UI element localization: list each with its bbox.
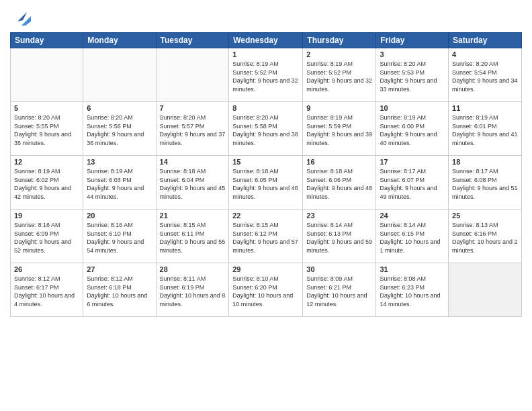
day-number: 12 bbox=[14, 158, 79, 166]
day-number: 28 bbox=[160, 265, 226, 273]
calendar-cell: 20Sunrise: 8:16 AM Sunset: 6:10 PM Dayli… bbox=[83, 210, 156, 263]
day-number: 10 bbox=[380, 104, 445, 112]
day-info: Sunrise: 8:16 AM Sunset: 6:09 PM Dayligh… bbox=[14, 221, 79, 255]
day-info: Sunrise: 8:19 AM Sunset: 6:00 PM Dayligh… bbox=[380, 113, 445, 147]
day-number: 15 bbox=[232, 158, 299, 166]
calendar-cell: 18Sunrise: 8:17 AM Sunset: 6:08 PM Dayli… bbox=[449, 156, 522, 210]
calendar-cell bbox=[11, 48, 83, 102]
day-info: Sunrise: 8:20 AM Sunset: 5:54 PM Dayligh… bbox=[452, 60, 518, 93]
day-info: Sunrise: 8:16 AM Sunset: 6:10 PM Dayligh… bbox=[87, 221, 152, 255]
logo bbox=[10, 7, 32, 27]
day-number: 1 bbox=[232, 50, 299, 58]
calendar-cell: 29Sunrise: 8:10 AM Sunset: 6:20 PM Dayli… bbox=[229, 263, 303, 317]
calendar-cell: 14Sunrise: 8:18 AM Sunset: 6:04 PM Dayli… bbox=[156, 156, 229, 210]
calendar-cell: 27Sunrise: 8:12 AM Sunset: 6:18 PM Dayli… bbox=[83, 263, 156, 317]
day-number: 20 bbox=[87, 212, 152, 220]
day-info: Sunrise: 8:18 AM Sunset: 6:06 PM Dayligh… bbox=[306, 167, 372, 201]
header bbox=[10, 7, 522, 27]
day-number: 23 bbox=[306, 212, 372, 220]
day-info: Sunrise: 8:14 AM Sunset: 6:13 PM Dayligh… bbox=[306, 221, 372, 255]
day-info: Sunrise: 8:12 AM Sunset: 6:17 PM Dayligh… bbox=[14, 275, 79, 308]
day-number: 27 bbox=[87, 265, 152, 273]
day-number: 4 bbox=[452, 50, 518, 58]
day-info: Sunrise: 8:19 AM Sunset: 5:52 PM Dayligh… bbox=[232, 60, 299, 93]
calendar-cell: 22Sunrise: 8:15 AM Sunset: 6:12 PM Dayli… bbox=[229, 210, 303, 263]
day-info: Sunrise: 8:20 AM Sunset: 5:56 PM Dayligh… bbox=[87, 113, 152, 147]
day-number: 8 bbox=[232, 104, 299, 112]
calendar-cell: 2Sunrise: 8:19 AM Sunset: 5:52 PM Daylig… bbox=[303, 48, 376, 102]
day-number: 25 bbox=[452, 212, 518, 220]
day-info: Sunrise: 8:18 AM Sunset: 6:04 PM Dayligh… bbox=[160, 167, 226, 201]
calendar-cell bbox=[449, 263, 522, 317]
day-number: 19 bbox=[14, 212, 79, 220]
day-info: Sunrise: 8:17 AM Sunset: 6:08 PM Dayligh… bbox=[452, 167, 518, 201]
calendar-week-0: 1Sunrise: 8:19 AM Sunset: 5:52 PM Daylig… bbox=[11, 48, 522, 102]
day-info: Sunrise: 8:15 AM Sunset: 6:12 PM Dayligh… bbox=[232, 221, 299, 255]
day-number: 7 bbox=[160, 104, 226, 112]
day-number: 18 bbox=[452, 158, 518, 166]
day-number: 11 bbox=[452, 104, 518, 112]
calendar: SundayMondayTuesdayWednesdayThursdayFrid… bbox=[10, 32, 522, 317]
calendar-cell bbox=[83, 48, 156, 102]
calendar-cell: 16Sunrise: 8:18 AM Sunset: 6:06 PM Dayli… bbox=[303, 156, 376, 210]
calendar-cell bbox=[156, 48, 229, 102]
day-number: 3 bbox=[380, 50, 445, 58]
calendar-cell: 12Sunrise: 8:19 AM Sunset: 6:02 PM Dayli… bbox=[11, 156, 83, 210]
calendar-cell: 5Sunrise: 8:20 AM Sunset: 5:55 PM Daylig… bbox=[11, 102, 83, 156]
day-number: 30 bbox=[306, 265, 372, 273]
calendar-cell: 4Sunrise: 8:20 AM Sunset: 5:54 PM Daylig… bbox=[449, 48, 522, 102]
calendar-cell: 8Sunrise: 8:20 AM Sunset: 5:58 PM Daylig… bbox=[229, 102, 303, 156]
day-info: Sunrise: 8:19 AM Sunset: 5:52 PM Dayligh… bbox=[306, 60, 372, 93]
day-info: Sunrise: 8:15 AM Sunset: 6:11 PM Dayligh… bbox=[160, 221, 226, 255]
calendar-cell: 17Sunrise: 8:17 AM Sunset: 6:07 PM Dayli… bbox=[376, 156, 449, 210]
day-number: 17 bbox=[380, 158, 445, 166]
calendar-cell: 26Sunrise: 8:12 AM Sunset: 6:17 PM Dayli… bbox=[11, 263, 83, 317]
calendar-header-wednesday: Wednesday bbox=[229, 33, 303, 48]
calendar-header-tuesday: Tuesday bbox=[156, 33, 229, 48]
day-info: Sunrise: 8:10 AM Sunset: 6:20 PM Dayligh… bbox=[232, 275, 299, 308]
day-number: 31 bbox=[380, 265, 445, 273]
calendar-cell: 6Sunrise: 8:20 AM Sunset: 5:56 PM Daylig… bbox=[83, 102, 156, 156]
day-info: Sunrise: 8:11 AM Sunset: 6:19 PM Dayligh… bbox=[160, 275, 226, 308]
calendar-header-sunday: Sunday bbox=[11, 33, 83, 48]
calendar-cell: 23Sunrise: 8:14 AM Sunset: 6:13 PM Dayli… bbox=[303, 210, 376, 263]
day-info: Sunrise: 8:20 AM Sunset: 5:55 PM Dayligh… bbox=[14, 113, 79, 147]
day-number: 5 bbox=[14, 104, 79, 112]
calendar-week-2: 12Sunrise: 8:19 AM Sunset: 6:02 PM Dayli… bbox=[11, 156, 522, 210]
day-number: 21 bbox=[160, 212, 226, 220]
logo-icon bbox=[12, 7, 32, 27]
day-info: Sunrise: 8:20 AM Sunset: 5:58 PM Dayligh… bbox=[232, 113, 299, 147]
calendar-cell: 21Sunrise: 8:15 AM Sunset: 6:11 PM Dayli… bbox=[156, 210, 229, 263]
calendar-header-row: SundayMondayTuesdayWednesdayThursdayFrid… bbox=[11, 33, 522, 48]
calendar-cell: 3Sunrise: 8:20 AM Sunset: 5:53 PM Daylig… bbox=[376, 48, 449, 102]
calendar-cell: 24Sunrise: 8:14 AM Sunset: 6:15 PM Dayli… bbox=[376, 210, 449, 263]
day-number: 24 bbox=[380, 212, 445, 220]
calendar-cell: 25Sunrise: 8:13 AM Sunset: 6:16 PM Dayli… bbox=[449, 210, 522, 263]
calendar-cell: 7Sunrise: 8:20 AM Sunset: 5:57 PM Daylig… bbox=[156, 102, 229, 156]
day-info: Sunrise: 8:14 AM Sunset: 6:15 PM Dayligh… bbox=[380, 221, 445, 255]
calendar-header-saturday: Saturday bbox=[449, 33, 522, 48]
calendar-week-4: 26Sunrise: 8:12 AM Sunset: 6:17 PM Dayli… bbox=[11, 263, 522, 317]
day-number: 9 bbox=[306, 104, 372, 112]
day-number: 6 bbox=[87, 104, 152, 112]
calendar-cell: 13Sunrise: 8:19 AM Sunset: 6:03 PM Dayli… bbox=[83, 156, 156, 210]
day-info: Sunrise: 8:19 AM Sunset: 6:02 PM Dayligh… bbox=[14, 167, 79, 201]
day-info: Sunrise: 8:19 AM Sunset: 6:03 PM Dayligh… bbox=[87, 167, 152, 201]
calendar-week-3: 19Sunrise: 8:16 AM Sunset: 6:09 PM Dayli… bbox=[11, 210, 522, 263]
calendar-header-thursday: Thursday bbox=[303, 33, 376, 48]
day-info: Sunrise: 8:08 AM Sunset: 6:23 PM Dayligh… bbox=[380, 275, 445, 308]
calendar-cell: 31Sunrise: 8:08 AM Sunset: 6:23 PM Dayli… bbox=[376, 263, 449, 317]
day-number: 13 bbox=[87, 158, 152, 166]
calendar-cell: 1Sunrise: 8:19 AM Sunset: 5:52 PM Daylig… bbox=[229, 48, 303, 102]
day-info: Sunrise: 8:20 AM Sunset: 5:53 PM Dayligh… bbox=[380, 60, 445, 93]
calendar-cell: 19Sunrise: 8:16 AM Sunset: 6:09 PM Dayli… bbox=[11, 210, 83, 263]
page: SundayMondayTuesdayWednesdayThursdayFrid… bbox=[0, 0, 532, 411]
day-info: Sunrise: 8:19 AM Sunset: 5:59 PM Dayligh… bbox=[306, 113, 372, 147]
calendar-cell: 28Sunrise: 8:11 AM Sunset: 6:19 PM Dayli… bbox=[156, 263, 229, 317]
calendar-cell: 30Sunrise: 8:09 AM Sunset: 6:21 PM Dayli… bbox=[303, 263, 376, 317]
calendar-header-friday: Friday bbox=[376, 33, 449, 48]
calendar-cell: 11Sunrise: 8:19 AM Sunset: 6:01 PM Dayli… bbox=[449, 102, 522, 156]
calendar-cell: 15Sunrise: 8:18 AM Sunset: 6:05 PM Dayli… bbox=[229, 156, 303, 210]
day-info: Sunrise: 8:13 AM Sunset: 6:16 PM Dayligh… bbox=[452, 221, 518, 255]
day-info: Sunrise: 8:17 AM Sunset: 6:07 PM Dayligh… bbox=[380, 167, 445, 201]
